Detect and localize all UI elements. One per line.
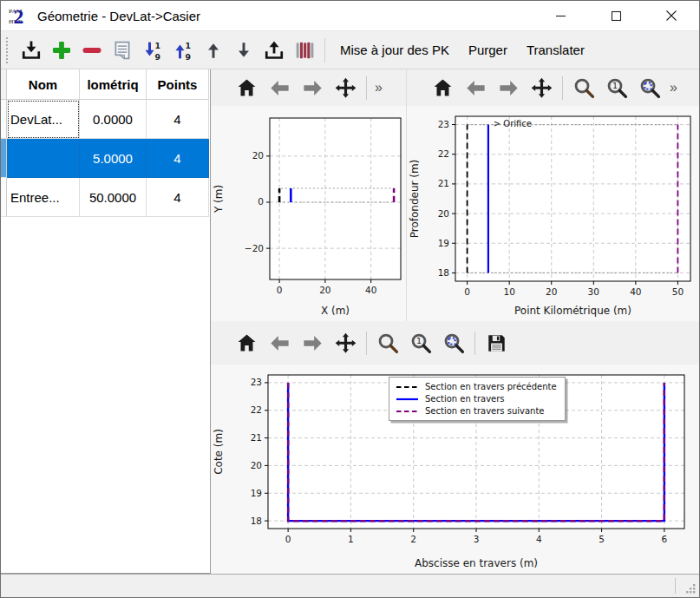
row-header-0[interactable]	[1, 100, 7, 139]
row-header-2[interactable]	[1, 178, 7, 217]
column-header-0[interactable]: Nom	[7, 69, 80, 100]
row-header-1[interactable]	[1, 139, 7, 178]
remove-icon	[80, 38, 104, 62]
status-separator	[675, 578, 676, 594]
move-up-button[interactable]	[198, 35, 228, 66]
purger-button[interactable]: Purger	[459, 35, 517, 66]
remove-button[interactable]	[76, 35, 107, 66]
zoom-button[interactable]	[371, 326, 404, 359]
profile-chart-canvas[interactable]: 01020304050181920212223Point Kilométriqu…	[407, 106, 699, 321]
svg-text:9: 9	[154, 52, 160, 62]
svg-text:0: 0	[285, 534, 291, 544]
forward-button[interactable]	[492, 71, 525, 104]
svg-text:10: 10	[503, 286, 514, 297]
table-cell-1-nom[interactable]	[7, 139, 80, 178]
app-window: PAM HYR 2 Géometrie - DevLat->Casier	[0, 0, 700, 598]
svg-text:40: 40	[365, 285, 376, 295]
resize-grip[interactable]	[686, 584, 697, 595]
overflow-button[interactable]: »	[666, 80, 681, 95]
pan-button[interactable]	[329, 326, 362, 359]
column-header-2[interactable]: Points	[147, 69, 209, 100]
zoom-rect-button[interactable]	[633, 71, 666, 104]
import-button[interactable]	[16, 35, 46, 66]
home-button[interactable]	[426, 71, 459, 104]
sort-descending-button[interactable]: 1 9	[137, 35, 167, 66]
back-icon	[268, 332, 291, 355]
legend-entry-2: Section en travers suivante	[396, 406, 557, 416]
translater-button[interactable]: Translater	[517, 35, 594, 66]
sections-icon	[292, 38, 317, 62]
forward-button[interactable]	[296, 71, 329, 104]
pan-button[interactable]	[525, 71, 558, 104]
home-button[interactable]	[230, 71, 263, 104]
svg-text:22: 22	[438, 148, 449, 159]
table-cell-1-points[interactable]: 4	[147, 139, 209, 178]
table-cell-0-nom[interactable]: DevLat...	[7, 100, 80, 139]
legend-line-sample	[396, 383, 419, 391]
back-button[interactable]	[459, 71, 492, 104]
zoom-rect-button[interactable]	[437, 326, 470, 359]
plan-nav-toolbar: »	[211, 69, 406, 106]
legend-entry-0: Section en travers précédente	[396, 382, 557, 391]
main-content: NomlométriqPointsDevLat...0.000045.00004…	[1, 69, 699, 574]
charts-area: » 02040−20020X (m)Y (m) 1» 0102030405018…	[211, 69, 699, 574]
svg-text:20: 20	[438, 208, 449, 219]
save-button[interactable]	[480, 326, 513, 359]
svg-text:20: 20	[252, 150, 264, 161]
zoom-button[interactable]	[567, 71, 600, 104]
back-button[interactable]	[263, 71, 296, 104]
table-cell-1-km[interactable]: 5.0000	[80, 139, 147, 178]
cross-section-chart-canvas[interactable]: 0123456181920212223Abscisse en travers (…	[211, 365, 699, 574]
sections-button[interactable]	[289, 35, 319, 66]
chart-legend: Section en travers précédenteSection en …	[389, 377, 566, 421]
zoom-icon	[376, 332, 400, 355]
toolbar-handle[interactable]	[6, 37, 12, 63]
legend-entry-1: Section en travers	[396, 394, 557, 404]
table-cell-0-km[interactable]: 0.0000	[80, 100, 147, 139]
move-down-icon	[232, 38, 256, 62]
svg-text:23: 23	[251, 377, 262, 387]
toolbar-separator	[366, 76, 367, 100]
table-cell-2-points[interactable]: 4	[147, 178, 209, 217]
overflow-button[interactable]: »	[371, 80, 386, 95]
maximize-button[interactable]	[588, 1, 644, 30]
close-button[interactable]	[644, 1, 699, 30]
svg-text:1: 1	[185, 40, 191, 49]
plan-xlabel: X (m)	[321, 305, 350, 317]
home-button[interactable]	[230, 326, 263, 359]
forward-icon	[497, 76, 520, 100]
forward-icon	[301, 76, 324, 100]
import-icon	[19, 38, 43, 62]
sort-ascending-button[interactable]: 1 9	[167, 35, 198, 66]
add-button[interactable]	[46, 35, 76, 66]
profile-ylabel: Profondeur (m)	[409, 160, 421, 239]
status-bar	[1, 574, 699, 597]
plan-chart-canvas[interactable]: 02040−20020X (m)Y (m)	[211, 106, 406, 321]
svg-text:30: 30	[588, 286, 599, 297]
toolbar-separator	[366, 332, 367, 355]
svg-text:3: 3	[474, 534, 480, 544]
window-title: Géometrie - DevLat->Casier	[37, 9, 200, 23]
table-cell-2-km[interactable]: 50.0000	[80, 178, 147, 217]
table-cell-2-nom[interactable]: Entree...	[7, 178, 80, 217]
update-pk-button[interactable]: Mise à jour des PK	[330, 35, 459, 66]
minimize-button[interactable]	[533, 1, 588, 30]
plan-chart-block: » 02040−20020X (m)Y (m)	[211, 69, 406, 321]
plan-ylabel: Y (m)	[213, 185, 225, 214]
home-icon	[431, 76, 455, 100]
table-corner[interactable]	[1, 69, 7, 100]
zoom-one-button[interactable]: 1	[404, 326, 437, 359]
svg-text:50: 50	[672, 286, 684, 297]
back-button[interactable]	[263, 326, 296, 359]
column-header-1[interactable]: lométriq	[80, 69, 147, 100]
forward-button[interactable]	[296, 326, 329, 359]
profile-annotation: > Orifice	[494, 119, 532, 128]
svg-text:0: 0	[464, 286, 470, 297]
table-cell-0-points[interactable]: 4	[147, 100, 209, 139]
move-down-button[interactable]	[228, 35, 258, 66]
legend-line-sample	[396, 407, 419, 416]
zoom-one-button[interactable]: 1	[600, 71, 633, 104]
export-button[interactable]	[258, 35, 289, 66]
duplicate-button[interactable]	[107, 35, 137, 66]
pan-button[interactable]	[329, 71, 362, 104]
